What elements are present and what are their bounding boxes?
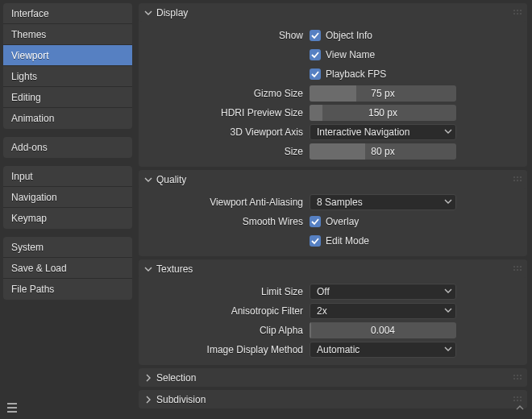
svg-point-12 <box>513 180 515 181</box>
svg-point-15 <box>513 266 515 268</box>
checkbox-edit-mode-label: Edit Mode <box>326 235 369 247</box>
section-selection: Selection <box>139 368 527 387</box>
svg-point-20 <box>520 269 522 271</box>
svg-point-31 <box>517 400 518 401</box>
svg-point-29 <box>520 396 522 398</box>
sidebar-item-system[interactable]: System <box>3 237 132 258</box>
section-title: Quality <box>156 174 186 185</box>
svg-point-22 <box>517 375 518 376</box>
grip-icon <box>513 264 522 276</box>
section-subdivision-header[interactable]: Subdivision <box>139 390 527 409</box>
svg-point-18 <box>513 269 515 271</box>
chevron-down-icon <box>143 264 153 274</box>
svg-point-21 <box>513 375 515 376</box>
clip-alpha-field[interactable]: 0.004 <box>310 322 456 338</box>
checkbox-edit-mode[interactable] <box>310 235 321 247</box>
section-title: Display <box>156 7 188 19</box>
hdri-size-field[interactable]: 150 px <box>310 105 456 121</box>
svg-point-27 <box>513 396 515 398</box>
limit-size-dropdown[interactable]: Off <box>310 284 456 300</box>
svg-point-10 <box>517 176 518 178</box>
grip-icon <box>513 373 522 385</box>
section-textures-header[interactable]: Textures <box>139 259 527 278</box>
axis-size-field[interactable]: 80 px <box>310 143 456 160</box>
svg-point-14 <box>520 180 522 181</box>
sidebar: Interface Themes Viewport Lights Editing… <box>0 0 135 419</box>
checkbox-view-name-label: View Name <box>326 49 375 60</box>
grip-icon <box>513 8 522 20</box>
aniso-dropdown[interactable]: 2x <box>310 303 456 319</box>
aa-label: Viewport Anti-Aliasing <box>145 197 310 208</box>
sidebar-item-animation[interactable]: Animation <box>3 108 132 129</box>
sidebar-item-file-paths[interactable]: File Paths <box>3 279 132 300</box>
svg-point-32 <box>520 400 522 401</box>
display-method-label: Image Display Method <box>145 344 310 355</box>
svg-point-7 <box>517 13 518 15</box>
sidebar-item-editing[interactable]: Editing <box>3 87 132 108</box>
svg-point-23 <box>520 375 522 376</box>
section-title: Textures <box>156 263 193 275</box>
sidebar-item-lights[interactable]: Lights <box>3 66 132 87</box>
axis-label: 3D Viewport Axis <box>145 127 310 138</box>
gizmo-size-label: Gizmo Size <box>145 88 310 99</box>
svg-point-5 <box>520 10 522 11</box>
svg-point-16 <box>517 266 518 268</box>
aa-dropdown[interactable]: 8 Samples <box>310 194 456 210</box>
svg-point-24 <box>513 378 515 380</box>
svg-point-6 <box>513 13 515 15</box>
axis-dropdown[interactable]: Interactive Navigation <box>310 124 456 140</box>
chevron-down-icon <box>143 175 153 185</box>
sidebar-group-system: System Save & Load File Paths <box>3 237 132 300</box>
svg-point-13 <box>517 180 518 181</box>
section-quality-header[interactable]: Quality <box>139 170 527 189</box>
svg-point-26 <box>520 378 522 380</box>
sidebar-item-interface[interactable]: Interface <box>3 3 132 24</box>
hamburger-icon[interactable] <box>6 401 19 411</box>
smooth-wires-label: Smooth Wires <box>145 216 310 227</box>
sidebar-item-themes[interactable]: Themes <box>3 24 132 45</box>
chevron-down-icon <box>444 197 452 208</box>
sidebar-item-viewport[interactable]: Viewport <box>3 45 132 66</box>
checkbox-view-name[interactable] <box>310 49 321 60</box>
chevron-down-icon <box>143 8 153 18</box>
checkbox-object-info[interactable] <box>310 30 321 41</box>
chevron-down-icon <box>444 305 452 317</box>
section-quality: Quality Viewport Anti-Aliasing 8 Samples… <box>139 170 527 256</box>
limit-size-label: Limit Size <box>145 286 310 297</box>
checkbox-overlay[interactable] <box>310 216 321 227</box>
checkbox-overlay-label: Overlay <box>326 216 359 227</box>
sidebar-item-addons[interactable]: Add-ons <box>3 137 132 158</box>
size-label: Size <box>145 146 310 157</box>
section-display: Display Show Object Info View Name <box>139 3 527 167</box>
aniso-label: Anisotropic Filter <box>145 305 310 317</box>
svg-point-11 <box>520 176 522 178</box>
sidebar-item-input[interactable]: Input <box>3 166 132 187</box>
chevron-right-icon <box>143 373 153 383</box>
sidebar-item-save-load[interactable]: Save & Load <box>3 258 132 279</box>
hdri-size-label: HDRI Preview Size <box>145 107 310 118</box>
sidebar-item-keymap[interactable]: Keymap <box>3 208 132 229</box>
svg-point-25 <box>517 378 518 380</box>
grip-icon <box>513 175 522 187</box>
section-subdivision: Subdivision <box>139 390 527 409</box>
show-label: Show <box>145 30 310 41</box>
preferences-panel: Display Show Object Info View Name <box>135 0 532 419</box>
clip-alpha-label: Clip Alpha <box>145 325 310 336</box>
section-textures: Textures Limit Size Off Anisotropic Filt… <box>139 259 527 365</box>
checkbox-playback-fps[interactable] <box>310 68 321 80</box>
chevron-up-icon[interactable] <box>516 403 524 414</box>
checkbox-object-info-label: Object Info <box>326 30 372 41</box>
section-display-header[interactable]: Display <box>139 3 527 22</box>
gizmo-size-field[interactable]: 75 px <box>310 85 456 102</box>
section-title: Subdivision <box>156 394 206 405</box>
sidebar-group-addons: Add-ons <box>3 137 132 158</box>
sidebar-group-input: Input Navigation Keymap <box>3 166 132 229</box>
svg-point-19 <box>517 269 518 271</box>
display-method-dropdown[interactable]: Automatic <box>310 342 456 358</box>
sidebar-item-navigation[interactable]: Navigation <box>3 187 132 208</box>
svg-point-8 <box>520 13 522 15</box>
chevron-down-icon <box>444 286 452 297</box>
section-selection-header[interactable]: Selection <box>139 368 527 387</box>
sidebar-group-general: Interface Themes Viewport Lights Editing… <box>3 3 132 129</box>
svg-point-28 <box>517 396 518 398</box>
